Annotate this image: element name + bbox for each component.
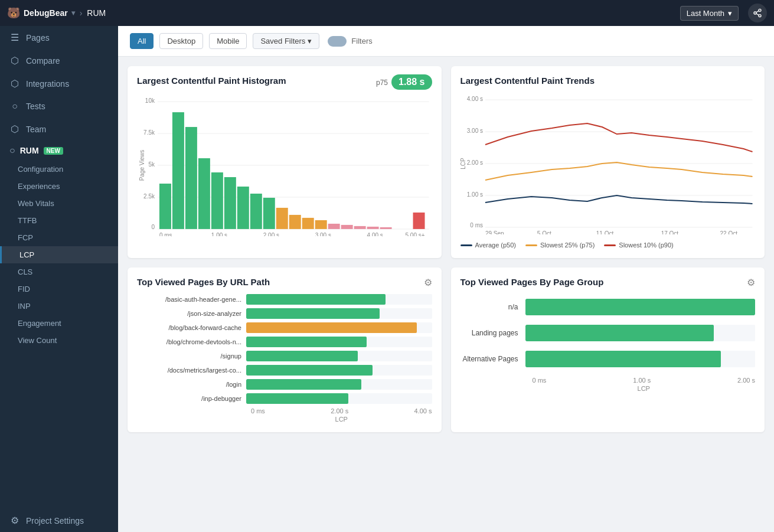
- filter-all-button[interactable]: All: [130, 33, 154, 49]
- topbar-brand[interactable]: 🐻 DebugBear ▾: [7, 6, 75, 19]
- pg-bar-row-1: Landing pages: [461, 325, 756, 341]
- url-label-6: /login: [137, 381, 246, 388]
- url-bar-row-0: /basic-auth-header-gene...: [137, 294, 432, 305]
- lcp-histogram-card: Largest Contentful Paint Histogram p75 1…: [128, 66, 442, 258]
- bear-icon: 🐻: [7, 6, 20, 19]
- sidebar-sub-engagement[interactable]: Engagement: [0, 315, 118, 332]
- sidebar-pages-label: Pages: [26, 33, 50, 43]
- saved-filters-chevron: ▾: [308, 37, 312, 45]
- svg-text:2.00 s: 2.00 s: [466, 159, 482, 166]
- url-x-2: 4.00 s: [414, 407, 432, 414]
- filter-desktop-button[interactable]: Desktop: [159, 33, 203, 49]
- histogram-wrapper: 10k 7.5k 5k 2.5k 0 Page Views: [137, 94, 432, 239]
- svg-rect-29: [328, 224, 340, 229]
- url-fill-0: [246, 294, 386, 305]
- trends-wrapper: 4.00 s 3.00 s 2.00 s 1.00 s 0 ms LCP: [461, 93, 756, 237]
- histogram-svg: 10k 7.5k 5k 2.5k 0 Page Views: [137, 94, 432, 236]
- sidebar-bottom: ⚙ Project Settings: [0, 509, 118, 532]
- date-range-label: Last Month: [687, 9, 724, 18]
- svg-text:7.5k: 7.5k: [143, 129, 155, 136]
- date-range-picker[interactable]: Last Month ▾: [680, 6, 739, 21]
- saved-filters-button[interactable]: Saved Filters ▾: [253, 33, 319, 49]
- sidebar-sub-web-vitals[interactable]: Web Vitals: [0, 195, 118, 212]
- legend-p75-label: Slowest 25% (p75): [540, 241, 595, 249]
- histogram-title: Largest Contentful Paint Histogram: [137, 76, 286, 86]
- top-pages-url-header: Top Viewed Pages By URL Path ⚙: [137, 277, 432, 289]
- sidebar-item-compare[interactable]: ⬡ Compare: [0, 49, 118, 72]
- trends-legend: Average (p50) Slowest 25% (p75) Slowest …: [461, 241, 756, 249]
- url-bar-row-2: /blog/back-forward-cache: [137, 322, 432, 333]
- sidebar-item-tests[interactable]: ○ Tests: [0, 95, 118, 118]
- sidebar-sub-experiences[interactable]: Experiences: [0, 178, 118, 195]
- sidebar-sub-fid[interactable]: FID: [0, 280, 118, 298]
- lcp-trends-card: Largest Contentful Paint Trends 4.00 s 3…: [451, 66, 765, 258]
- url-label-4: /signup: [137, 353, 246, 360]
- url-bar-row-5: /docs/metrics/largest-co...: [137, 365, 432, 376]
- legend-p90-label: Slowest 10% (p90): [619, 241, 673, 249]
- svg-text:17 Oct: 17 Oct: [661, 230, 678, 234]
- url-bar-row-3: /blog/chrome-devtools-n...: [137, 337, 432, 347]
- svg-text:2.00 s: 2.00 s: [263, 232, 279, 236]
- toggle-switch[interactable]: [328, 36, 347, 47]
- svg-text:LCP: LCP: [461, 158, 466, 169]
- svg-rect-16: [159, 184, 171, 229]
- sidebar-sub-view-count[interactable]: View Count: [0, 332, 118, 349]
- fid-label: FID: [18, 285, 30, 293]
- url-label-1: /json-size-analyzer: [137, 310, 246, 317]
- pg-label-1: Landing pages: [461, 329, 525, 337]
- trends-header: Largest Contentful Paint Trends: [461, 76, 756, 88]
- url-x-0: 0 ms: [251, 407, 265, 414]
- filter-mobile-button[interactable]: Mobile: [209, 33, 247, 49]
- new-badge: NEW: [44, 147, 63, 155]
- trends-title: Largest Contentful Paint Trends: [461, 76, 595, 86]
- sidebar-sub-configuration[interactable]: Configuration: [0, 161, 118, 178]
- rum-label: RUM: [20, 146, 39, 155]
- sidebar-item-rum[interactable]: ○ RUM NEW: [0, 141, 118, 161]
- svg-text:4.00 s: 4.00 s: [367, 232, 383, 236]
- url-label-3: /blog/chrome-devtools-n...: [137, 338, 246, 345]
- sidebar-sub-inp[interactable]: INP: [0, 298, 118, 315]
- pg-fill-2: [525, 351, 721, 367]
- pg-x-title: LCP: [461, 385, 756, 392]
- sidebar-item-pages[interactable]: ☰ Pages: [0, 26, 118, 49]
- svg-rect-27: [302, 218, 314, 229]
- sidebar-item-project-settings[interactable]: ⚙ Project Settings: [0, 509, 118, 532]
- pg-x-axis: 0 ms 1.00 s 2.00 s: [461, 377, 756, 384]
- sidebar-compare-label: Compare: [26, 56, 60, 66]
- top-pages-group-gear[interactable]: ⚙: [747, 277, 755, 288]
- url-track-6: [246, 379, 432, 390]
- url-label-2: /blog/back-forward-cache: [137, 324, 246, 331]
- top-pages-url-gear[interactable]: ⚙: [424, 277, 432, 288]
- svg-text:4.00 s: 4.00 s: [466, 96, 482, 102]
- svg-text:2.5k: 2.5k: [143, 193, 155, 200]
- sidebar-sub-lcp[interactable]: LCP: [0, 246, 118, 263]
- sidebar-sub-fcp[interactable]: FCP: [0, 229, 118, 246]
- pg-track-0: [525, 299, 756, 315]
- url-x-1: 2.00 s: [331, 407, 348, 414]
- share-button[interactable]: [748, 4, 767, 22]
- svg-rect-31: [354, 226, 366, 229]
- fcp-label: FCP: [18, 233, 33, 242]
- pg-bar-row-0: n/a: [461, 299, 756, 315]
- sidebar-sub-ttfb[interactable]: TTFB: [0, 212, 118, 229]
- sidebar-item-integrations[interactable]: ⬡ Integrations: [0, 72, 118, 95]
- top-pages-group-header: Top Viewed Pages By Page Group ⚙: [461, 277, 756, 289]
- sidebar-sub-cls[interactable]: CLS: [0, 263, 118, 280]
- url-bar-row-4: /signup: [137, 351, 432, 361]
- settings-icon: ⚙: [9, 515, 20, 526]
- sidebar-item-team[interactable]: ⬡ Team: [0, 118, 118, 141]
- pages-icon: ☰: [9, 32, 20, 43]
- breadcrumb-sep: ›: [80, 8, 83, 18]
- svg-text:10k: 10k: [145, 97, 155, 104]
- filters-toggle[interactable]: Filters: [328, 36, 372, 47]
- svg-text:Page Views: Page Views: [139, 150, 145, 181]
- svg-text:1.00 s: 1.00 s: [466, 191, 482, 198]
- svg-rect-32: [367, 227, 379, 229]
- svg-rect-19: [198, 158, 210, 229]
- url-label-5: /docs/metrics/largest-co...: [137, 367, 246, 374]
- svg-text:5k: 5k: [148, 161, 155, 168]
- url-fill-1: [246, 308, 380, 319]
- svg-rect-30: [341, 225, 353, 229]
- histogram-header: Largest Contentful Paint Histogram p75 1…: [137, 76, 432, 90]
- url-fill-6: [246, 379, 361, 390]
